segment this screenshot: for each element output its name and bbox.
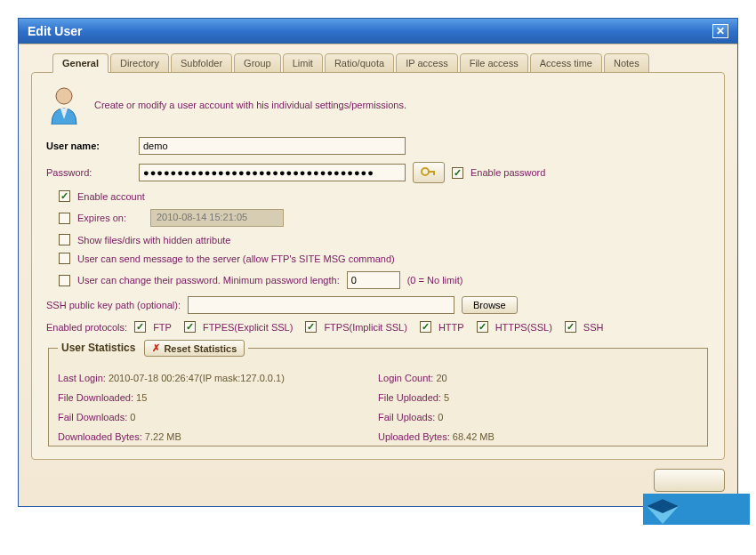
svg-point-1 <box>422 168 429 175</box>
intro-text: Create or modify a user account with his… <box>94 100 406 110</box>
row-enable-account: Enable account <box>59 190 710 202</box>
close-icon: ✕ <box>716 25 725 37</box>
tab-notes[interactable]: Notes <box>604 53 649 73</box>
reset-x-icon: ✗ <box>152 342 160 354</box>
svg-rect-3 <box>433 171 435 175</box>
stat-downloaded-bytes: Downloaded Bytes: 7.22 MB <box>58 431 378 442</box>
min-password-length-input[interactable] <box>347 271 400 289</box>
tab-access-time[interactable]: Access time <box>530 53 602 73</box>
dialog-footer <box>31 469 725 492</box>
checkbox-protocol-ftp[interactable] <box>134 321 146 333</box>
checkbox-protocol-ftps[interactable] <box>305 321 317 333</box>
stat-login-count: Login Count: 20 <box>378 373 698 383</box>
tab-general-panel: Create or modify a user account with his… <box>31 72 725 460</box>
label-protocol-ftps: FTPS(Implicit SSL) <box>324 322 407 333</box>
checkbox-change-password[interactable] <box>59 275 70 286</box>
svg-point-0 <box>56 88 72 104</box>
checkbox-protocol-ssh[interactable] <box>565 321 576 333</box>
label-min-pw-hint: (0 = No limit) <box>407 275 463 286</box>
password-input[interactable] <box>139 164 406 181</box>
checkbox-expires[interactable] <box>59 213 70 224</box>
close-button[interactable]: ✕ <box>712 24 728 38</box>
row-username: User name: <box>46 137 710 155</box>
row-ssh-key: SSH public key path (optional): Browse <box>46 296 710 314</box>
label-expires: Expires on: <box>77 213 143 223</box>
row-expires: Expires on: 2010-08-14 15:21:05 <box>59 209 710 227</box>
stats-grid: Last Login: 2010-07-18 00:26:47(IP mask:… <box>58 373 698 442</box>
dialog-body: GeneralDirectorySubfolderGroupLimitRatio… <box>19 44 737 506</box>
stat-uploaded-bytes: Uploaded Bytes: 68.42 MB <box>378 431 698 442</box>
tab-strip: GeneralDirectorySubfolderGroupLimitRatio… <box>31 53 725 73</box>
row-send-msg: User can send message to the server (all… <box>59 253 710 264</box>
intro-row: Create or modify a user account with his… <box>46 85 710 125</box>
browse-button[interactable]: Browse <box>462 296 518 314</box>
row-show-hidden: Show files/dirs with hidden attribute <box>59 234 710 245</box>
stats-legend-text: User Statistics <box>61 342 135 354</box>
row-change-password: User can change their password. Minimum … <box>59 271 710 289</box>
label-protocol-http: HTTP <box>438 322 464 333</box>
checkbox-send-msg[interactable] <box>59 253 70 264</box>
tab-limit[interactable]: Limit <box>283 53 323 73</box>
checkbox-enable-password[interactable] <box>452 167 463 179</box>
checkbox-enable-account[interactable] <box>59 190 70 202</box>
reset-statistics-label: Reset Statistics <box>164 343 237 354</box>
label-send-msg: User can send message to the server (all… <box>77 253 395 264</box>
row-password: Password: Enable password <box>46 162 710 183</box>
label-ssh-key: SSH public key path (optional): <box>46 300 181 310</box>
label-password: Password: <box>46 167 132 178</box>
stat-file-downloaded: File Downloaded: 15 <box>58 392 378 403</box>
ssh-key-input[interactable] <box>188 296 454 314</box>
row-protocols: Enabled protocols: FTPFTPES(Explicit SSL… <box>46 321 710 333</box>
label-change-password: User can change their password. Minimum … <box>77 275 340 286</box>
username-input[interactable] <box>139 137 406 155</box>
reset-statistics-button[interactable]: ✗ Reset Statistics <box>144 340 245 357</box>
tab-ratio-quota[interactable]: Ratio/quota <box>325 53 394 73</box>
tab-directory[interactable]: Directory <box>110 53 169 73</box>
label-protocol-ftpes: FTPES(Explicit SSL) <box>203 322 293 333</box>
stats-legend: User Statistics ✗ Reset Statistics <box>58 340 248 357</box>
checkbox-protocol-http[interactable] <box>420 321 431 333</box>
expires-date-input[interactable]: 2010-08-14 15:21:05 <box>150 209 284 227</box>
label-protocol-ftp: FTP <box>153 322 172 333</box>
window-title: Edit User <box>28 24 82 38</box>
stat-fail-downloads: Fail Downloads: 0 <box>58 412 378 422</box>
label-enable-password: Enable password <box>470 167 545 178</box>
label-show-hidden: Show files/dirs with hidden attribute <box>77 235 230 245</box>
brand-logo-icon <box>643 494 750 525</box>
checkbox-protocol-https[interactable] <box>477 321 488 333</box>
tab-group[interactable]: Group <box>234 53 281 73</box>
checkbox-show-hidden[interactable] <box>59 234 70 245</box>
label-protocol-https: HTTPS(SSL) <box>495 322 552 333</box>
key-icon <box>421 165 437 180</box>
stat-fail-uploads: Fail Uploads: 0 <box>378 412 698 422</box>
user-avatar-icon <box>46 85 82 125</box>
label-username: User name: <box>46 141 132 151</box>
tab-general[interactable]: General <box>52 53 109 73</box>
tab-ip-access[interactable]: IP access <box>396 53 458 73</box>
label-enable-account: Enable account <box>77 191 145 202</box>
tab-file-access[interactable]: File access <box>460 53 528 73</box>
user-statistics-panel: User Statistics ✗ Reset Statistics Last … <box>48 340 708 446</box>
edit-user-dialog: Edit User ✕ GeneralDirectorySubfolderGro… <box>18 18 738 507</box>
password-key-button[interactable] <box>413 162 445 183</box>
stat-last-login: Last Login: 2010-07-18 00:26:47(IP mask:… <box>58 373 378 383</box>
stat-file-uploaded: File Uploaded: 5 <box>378 392 698 403</box>
label-protocols: Enabled protocols: <box>46 322 127 333</box>
label-protocol-ssh: SSH <box>583 322 604 333</box>
footer-button[interactable] <box>654 469 725 492</box>
tab-subfolder[interactable]: Subfolder <box>171 53 232 73</box>
titlebar: Edit User ✕ <box>19 19 737 44</box>
checkbox-protocol-ftpes[interactable] <box>184 321 196 333</box>
